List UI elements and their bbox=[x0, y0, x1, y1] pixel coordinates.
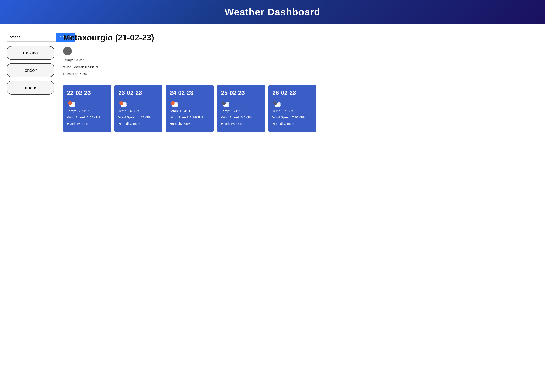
forecast-humidity-4: Humidity: 58% bbox=[272, 121, 312, 126]
svg-point-3 bbox=[68, 101, 72, 105]
forecast-humidity-3: Humidity: 57% bbox=[221, 121, 261, 126]
forecast-temp-4: Temp: 17.17°C bbox=[272, 109, 312, 113]
page-title: Weather Dashboard bbox=[4, 6, 541, 18]
city-button-london[interactable]: london bbox=[6, 63, 54, 77]
forecast-card-3: 25-02-23 Temp: 16.1°C Wind Speed: 3.6KPH… bbox=[217, 85, 265, 132]
forecast-humidity-1: Humidity: 58% bbox=[118, 121, 158, 126]
forecast-date-0: 22-02-23 bbox=[67, 89, 107, 97]
svg-point-16 bbox=[223, 100, 227, 104]
forecast-wind-2: Wind Speed: 3.34KPH bbox=[170, 115, 210, 120]
forecast-temp-0: Temp: 17.44°C bbox=[67, 109, 107, 113]
city-button-athens[interactable]: athens bbox=[6, 81, 54, 95]
forecast-wind-3: Wind Speed: 3.6KPH bbox=[221, 115, 261, 120]
forecast-humidity-0: Humidity: 54% bbox=[67, 121, 107, 126]
sidebar: Search malaga london athens bbox=[6, 33, 54, 132]
forecast-icon-3 bbox=[221, 100, 261, 107]
current-wind-speed: Wind Speed: 0.58KPH bbox=[63, 65, 539, 69]
weather-main: Metaxourgio (21-02-23) Temp: 13.35°C Win… bbox=[63, 33, 539, 132]
forecast-icon-2 bbox=[170, 100, 210, 107]
svg-point-21 bbox=[275, 100, 278, 104]
forecast-date-2: 24-02-23 bbox=[170, 89, 210, 97]
forecast-date-3: 25-02-23 bbox=[221, 89, 261, 97]
current-weather-icon bbox=[63, 47, 72, 55]
forecast-humidity-2: Humidity: 69% bbox=[170, 121, 210, 126]
forecast-icon-1 bbox=[118, 100, 158, 107]
forecast-date-1: 23-02-23 bbox=[118, 89, 158, 97]
forecast-icon-4 bbox=[272, 100, 312, 107]
forecast-temp-2: Temp: 15.41°C bbox=[170, 109, 210, 113]
forecast-wind-0: Wind Speed: 2.08KPH bbox=[67, 115, 107, 120]
current-humidity: Humidity: 72% bbox=[63, 72, 539, 76]
city-button-malaga[interactable]: malaga bbox=[6, 46, 54, 60]
current-location-title: Metaxourgio (21-02-23) bbox=[63, 33, 539, 43]
app-header: Weather Dashboard bbox=[0, 0, 545, 24]
main-content: Search malaga london athens Metaxourgio … bbox=[0, 24, 545, 141]
forecast-wind-1: Wind Speed: 1.28KPH bbox=[118, 115, 158, 120]
search-input[interactable] bbox=[6, 33, 56, 42]
search-container: Search bbox=[6, 33, 54, 42]
forecast-temp-1: Temp: 16.95°C bbox=[118, 109, 158, 113]
svg-point-11 bbox=[171, 101, 175, 105]
forecast-wind-4: Wind Speed: 7.83KPH bbox=[272, 115, 312, 120]
forecast-date-4: 26-02-23 bbox=[272, 89, 312, 97]
forecast-icon-0 bbox=[67, 100, 107, 107]
forecast-card-0: 22-02-23 Temp: 17.44°C Wind Speed: 2.08K… bbox=[63, 85, 111, 132]
forecast-card-4: 26-02-23 Temp: 17.17°C Wind Speed: 7.83K… bbox=[268, 85, 316, 132]
svg-point-7 bbox=[119, 101, 123, 105]
forecast-card-1: 23-02-23 Temp: 16.95°C Wind Speed: 1.28K… bbox=[114, 85, 162, 132]
current-temp: Temp: 13.35°C bbox=[63, 58, 539, 62]
forecast-temp-3: Temp: 16.1°C bbox=[221, 109, 261, 113]
forecast-grid: 22-02-23 Temp: 17.44°C Wind Speed: 2.08K… bbox=[63, 85, 539, 132]
forecast-card-2: 24-02-23 Temp: 15.41°C Wind Speed: 3.34K… bbox=[166, 85, 214, 132]
current-weather: Temp: 13.35°C Wind Speed: 0.58KPH Humidi… bbox=[63, 47, 539, 76]
